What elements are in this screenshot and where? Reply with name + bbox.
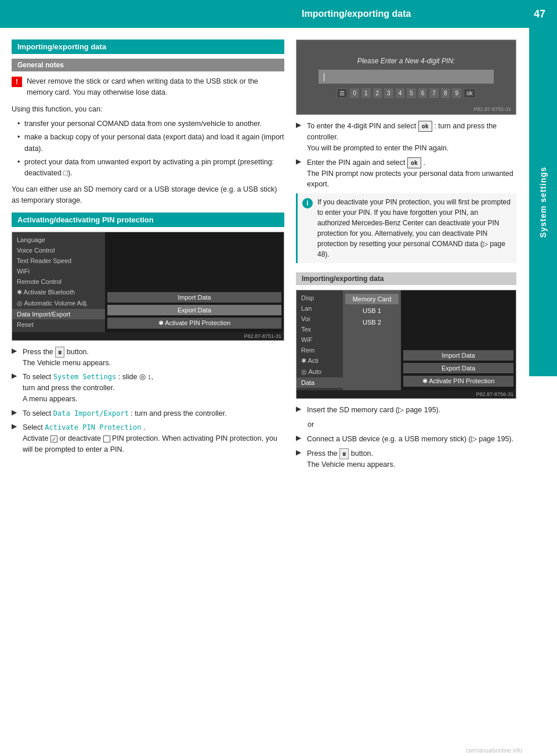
instruction-text: Press the ☎ button. The Vehicle menu app…: [307, 448, 395, 470]
menu-btn-import2: Import Data: [403, 350, 513, 361]
menu2-left: Disp Lan Voi Tex WiF Rem ✱ Acti ◎ Auto D…: [296, 290, 343, 390]
tel-key: ☎: [55, 347, 64, 358]
instr-insert-sd: ▶ Insert the SD memory card (▷ page 195)…: [296, 405, 516, 416]
page-number: 47: [534, 8, 545, 20]
arrow-icon: ▶: [12, 372, 17, 380]
menu-item: ◎ Automatic Volume Adj.: [12, 298, 105, 309]
intro-text: Using this function, you can:: [12, 104, 284, 115]
watermark: carmanualsonline.info: [466, 747, 522, 754]
menu-item: ◎ Auto: [296, 366, 343, 377]
pin-numpad-item: 1: [361, 88, 371, 98]
menu-item: Reset: [12, 319, 105, 330]
pin-numpad-item: 2: [373, 88, 382, 98]
arrow-icon: ▶: [296, 157, 301, 165]
arrow-icon: ▶: [12, 347, 17, 355]
pin-numpad-item: 8: [441, 88, 450, 98]
instruction-press: ▶ Press the ☎ button. The Vehicle menu a…: [12, 347, 284, 369]
instruction-text: Press the ☎ button. The Vehicle menu app…: [23, 347, 111, 369]
code-data-import: Data Import/Export: [53, 409, 129, 417]
menu-btn-import: Import Data: [107, 292, 281, 303]
menu-btn-pin: ✱ Activate PIN Protection: [107, 318, 281, 329]
menu2-mid: Memory Card USB 1 USB 2: [343, 290, 401, 390]
pin-cursor: |: [323, 72, 325, 81]
pin-numpad-item: 3: [384, 88, 393, 98]
warning-text: Never remove the stick or card when writ…: [27, 76, 284, 98]
sidebar-label: System settings: [538, 167, 548, 237]
instruction-system-settings: ▶ To select System Settings : slide ◎ ↕,…: [12, 372, 284, 404]
sd-text: You can either use an SD memory card or …: [12, 184, 284, 207]
instruction-text: Enter the PIN again and select ok . The …: [307, 157, 516, 190]
menu-item: Voice Control: [12, 245, 105, 255]
pin-numpad-item: 6: [418, 88, 428, 98]
menu-item: Language: [12, 235, 105, 245]
menu-item: ✱ Acti: [296, 355, 343, 366]
arrow-icon: ▶: [296, 405, 301, 413]
menu-item-selected: Data Import/Export: [12, 309, 105, 319]
list-item: protect your data from unwanted export b…: [17, 157, 284, 179]
arrow-icon: ▶: [296, 121, 301, 129]
code-system-settings: System Settings: [53, 373, 116, 381]
instruction-text: To select Data Import/Export : turn and …: [23, 408, 227, 419]
list-item: make a backup copy of your personal data…: [17, 132, 284, 154]
pin-numpad-ok: ok: [464, 88, 476, 98]
menu-btn-usb2: USB 2: [345, 317, 399, 327]
menu-item: WiF: [296, 334, 343, 345]
left-column: Importing/exporting data General notes !…: [12, 39, 284, 474]
menu-item: WiFi: [12, 266, 105, 276]
menu-item: ✱ Activate Bluetooth: [12, 287, 105, 298]
menu-btn-export2: Export Data: [403, 363, 513, 373]
importing-header: Importing/exporting data: [296, 272, 516, 285]
section1-header: Importing/exporting data: [12, 39, 284, 54]
pin-title: Please Enter a New 4-digit PIN:: [357, 57, 455, 65]
instruction-text: To enter the 4-digit PIN and select ok :…: [307, 121, 516, 154]
pin-numpad: ☰ 0 1 2 3 4 5 6 7 8 9 ok: [337, 88, 475, 98]
menu-item: Tex: [296, 324, 343, 334]
general-notes-header: General notes: [12, 59, 284, 71]
arrow-icon: ▶: [12, 408, 17, 416]
arrow-icon: ▶: [296, 448, 301, 456]
info-block-text: If you deactivate your PIN protection, y…: [317, 197, 512, 260]
menu-item: Rem: [296, 345, 343, 355]
or-text: or: [296, 419, 516, 430]
ok-box: ok: [418, 121, 432, 132]
warning-icon: !: [12, 77, 22, 87]
right-column: Please Enter a New 4-digit PIN: | ☰ 0 1 …: [296, 39, 522, 474]
pin-numpad-item: 7: [429, 88, 439, 98]
header-title: Importing/exporting data: [302, 9, 411, 19]
arrow-icon: ▶: [296, 434, 301, 442]
menu2-right: Import Data Export Data ✱ Activate PIN P…: [401, 290, 516, 390]
pin-numpad-item: 4: [396, 88, 405, 98]
section2-header: Activating/deactivating PIN protection: [12, 213, 284, 227]
instruction-text: Insert the SD memory card (▷ page 195).: [307, 405, 440, 416]
instr-enter-pin: ▶ To enter the 4-digit PIN and select ok…: [296, 121, 516, 154]
menu-item: Disp: [296, 293, 343, 303]
pin-numpad-item: ☰: [337, 88, 348, 98]
instruction-activate-pin: ▶ Select Activate PIN Protection . Activ…: [12, 422, 284, 455]
pin-numpad-item: 0: [350, 88, 359, 98]
menu-screenshot-2: Disp Lan Voi Tex WiF Rem ✱ Acti ◎ Auto D…: [296, 290, 516, 399]
menu-item: Text Reader Speed: [12, 255, 105, 266]
tel-key-2: ☎: [339, 448, 349, 459]
menu-item-selected: Data: [296, 377, 343, 388]
importing-section: Importing/exporting data Disp Lan Voi Te…: [296, 272, 516, 470]
instr-press-button: ▶ Press the ☎ button. The Vehicle menu a…: [296, 448, 516, 470]
warning-box: ! Never remove the stick or card when wr…: [12, 76, 284, 98]
pin-numpad-item: 9: [452, 88, 461, 98]
instruction-data-import: ▶ To select Data Import/Export : turn an…: [12, 408, 284, 419]
pin-screenshot: Please Enter a New 4-digit PIN: | ☰ 0 1 …: [296, 39, 516, 115]
main-content: Importing/exporting data General notes !…: [0, 28, 557, 485]
ok-box-2: ok: [407, 157, 421, 168]
instr-enter-pin-again: ▶ Enter the PIN again and select ok . Th…: [296, 157, 516, 190]
instruction-text: Select Activate PIN Protection . Activat…: [23, 422, 284, 455]
instr-connect-usb: ▶ Connect a USB device (e.g. a USB memor…: [296, 434, 516, 445]
sidebar-tab: System settings: [529, 28, 557, 376]
menu-btn-pin2: ✱ Activate PIN Protection: [403, 376, 513, 387]
menu-screenshot-1: Language Voice Control Text Reader Speed…: [12, 232, 284, 341]
menu-item: Voi: [296, 314, 343, 324]
menu-btn-memory: Memory Card: [345, 294, 399, 304]
pin-screenshot-label: P82.87-8755-31: [471, 105, 513, 113]
instruction-text: To select System Settings : slide ◎ ↕, t…: [23, 372, 153, 404]
screenshot-label-2: P82.87-8756-31: [296, 390, 516, 398]
page-header: Importing/exporting data 47: [0, 0, 557, 28]
list-item: transfer your personal COMAND data from …: [17, 118, 284, 129]
